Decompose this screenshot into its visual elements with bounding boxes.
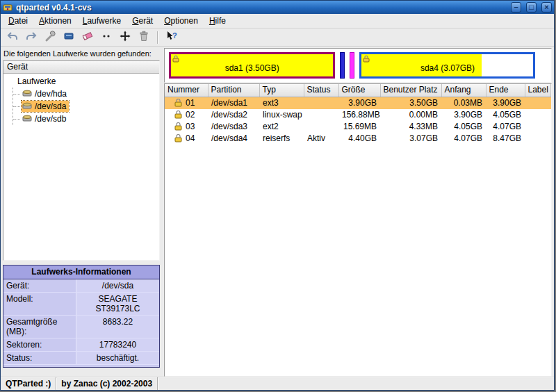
col-header-groesse[interactable]: Größe	[338, 84, 380, 97]
delete-button[interactable]	[135, 30, 153, 45]
wrench-icon	[44, 30, 56, 45]
menu-item-aktionen[interactable]: Aktionen	[34, 15, 76, 27]
col-header-ende[interactable]: Ende	[486, 84, 525, 97]
property-button[interactable]	[41, 30, 59, 45]
col-header-nummer[interactable]: Nummer	[165, 84, 208, 97]
info-value: 17783240	[76, 338, 159, 351]
info-label: Gesamtgröße (MB):	[3, 316, 76, 338]
undo-icon	[6, 30, 19, 45]
partition-segment-sda2[interactable]	[340, 52, 345, 79]
move-icon	[119, 30, 131, 45]
menu-item-datei[interactable]: Datei	[3, 15, 33, 27]
info-value: SEAGATE ST39173LC	[76, 293, 159, 315]
info-label: Modell:	[3, 293, 76, 315]
cell-anfang: 4.05GB	[441, 121, 486, 133]
cell-ende: 4.07GB	[486, 121, 525, 133]
cell-nummer: 03	[186, 122, 195, 131]
right-panel: sda1 (3.50GB) sda4 (3.07GB)	[164, 48, 552, 377]
tree-root-laufwerke[interactable]: Laufwerke	[5, 76, 158, 88]
cell-typ: reiserfs	[259, 133, 304, 145]
tree-body: Laufwerke /dev/hda	[3, 74, 159, 260]
menu-item-hilfe[interactable]: Hilfe	[204, 15, 231, 27]
col-header-typ[interactable]: Typ	[259, 84, 304, 97]
table-row[interactable]: 04 /dev/sda4 reiserfs Aktiv 4.40GB 3.07G…	[165, 133, 551, 145]
undo-button[interactable]	[3, 30, 22, 45]
format-button[interactable]	[79, 30, 97, 45]
minimize-button[interactable]: –	[511, 2, 521, 13]
menu-item-optionen[interactable]: Optionen	[159, 15, 203, 27]
menu-item-laufwerke[interactable]: Laufwerke	[78, 15, 126, 27]
table-row[interactable]: 03 /dev/sda3 ext2 15.69MB 4.33MB 4.05GB …	[165, 121, 551, 133]
table-row[interactable]: 02 /dev/sda2 linux-swap 156.88MB 0.00MB …	[165, 109, 551, 121]
partition-segment-sda1[interactable]: sda1 (3.50GB)	[169, 52, 335, 79]
col-header-benutzer-platz[interactable]: Benutzer Platz	[380, 84, 441, 97]
segment-fill	[341, 53, 344, 78]
cell-label	[525, 97, 551, 109]
cell-partition: /dev/sda1	[208, 97, 259, 109]
window-title: qtparted v0.4.1-cvs	[16, 3, 506, 13]
info-value: /dev/sda	[76, 279, 159, 292]
info-label: Sektoren:	[3, 338, 76, 351]
cell-groesse: 3.90GB	[338, 97, 380, 109]
main-area: Die folgenden Laufwerke wurden gefunden:…	[1, 47, 554, 377]
toolbar: ?	[1, 28, 554, 47]
partition-segment-sda4[interactable]: sda4 (3.07GB)	[359, 52, 535, 79]
device-item-sdb[interactable]: /dev/sdb	[13, 113, 158, 125]
device-item-hda[interactable]: /dev/hda	[13, 88, 158, 100]
info-row-modell: Modell: SEAGATE ST39173LC	[3, 293, 159, 316]
maximize-button[interactable]: □	[526, 2, 537, 13]
create-partition-icon	[63, 30, 75, 45]
whats-this-button[interactable]: ?	[163, 30, 181, 45]
partition-table-area: Nummer Partition Typ Status Größe Benutz…	[164, 83, 552, 377]
create-partition-button[interactable]	[60, 30, 78, 45]
partition-icon	[174, 111, 182, 119]
status-filler	[158, 377, 554, 390]
cell-nummer: 02	[186, 110, 195, 120]
cell-partition: /dev/sda2	[208, 109, 259, 121]
cell-partition: /dev/sda3	[208, 121, 259, 133]
close-button[interactable]: ×	[541, 2, 552, 13]
redo-button[interactable]	[22, 30, 40, 45]
redo-icon	[25, 30, 38, 45]
menu-item-geraet[interactable]: Gerät	[127, 15, 158, 27]
cell-benutzer-platz: 0.00MB	[380, 109, 441, 121]
cell-label	[525, 109, 551, 121]
info-label: Gerät:	[3, 279, 76, 292]
col-header-anfang[interactable]: Anfang	[441, 84, 486, 97]
cell-typ: linux-swap	[259, 109, 304, 121]
info-row-sektoren: Sektoren: 17783240	[3, 338, 159, 352]
device-label: /dev/sdb	[35, 114, 66, 124]
table-row[interactable]: 01 /dev/sda1 ext3 3.90GB 3.50GB 0.03MB 3…	[165, 97, 551, 109]
drive-info-panel: Laufwerks-Informationen Gerät: /dev/sda …	[3, 265, 160, 368]
cell-typ: ext3	[259, 97, 304, 109]
cell-partition: /dev/sda4	[208, 133, 259, 145]
eraser-icon	[81, 30, 94, 45]
drive-info-title: Laufwerks-Informationen	[3, 266, 159, 279]
left-panel: Die folgenden Laufwerke wurden gefunden:…	[3, 48, 160, 377]
cell-nummer: 01	[186, 98, 195, 108]
menubar: Datei Aktionen Laufwerke Gerät Optionen …	[1, 14, 554, 28]
app-icon[interactable]	[3, 3, 13, 13]
segment-label: sda4 (3.07GB)	[361, 60, 533, 76]
move-button[interactable]	[116, 30, 134, 45]
cell-status	[304, 109, 338, 121]
found-devices-heading: Die folgenden Laufwerke wurden gefunden:	[3, 48, 160, 60]
info-value: beschäftigt.	[76, 352, 159, 364]
col-header-partition[interactable]: Partition	[208, 84, 259, 97]
partition-icon	[174, 134, 182, 142]
tree-column-header[interactable]: Gerät	[3, 61, 159, 74]
device-item-sda[interactable]: /dev/sda	[13, 100, 158, 113]
resize-button[interactable]	[97, 30, 115, 45]
whats-this-icon: ?	[165, 30, 178, 45]
cell-anfang: 0.03MB	[441, 97, 486, 109]
col-header-label[interactable]: Label	[525, 84, 551, 97]
col-header-status[interactable]: Status	[304, 84, 338, 97]
cell-nummer: 04	[186, 133, 195, 143]
titlebar[interactable]: qtparted v0.4.1-cvs – □ ×	[1, 1, 554, 14]
cell-label	[525, 133, 551, 145]
cell-groesse: 4.40GB	[338, 133, 380, 145]
partition-segment-sda3[interactable]	[350, 52, 354, 79]
segment-label: sda1 (3.50GB)	[171, 60, 333, 76]
cell-groesse: 15.69MB	[338, 121, 380, 133]
cell-ende: 3.90GB	[486, 97, 525, 109]
